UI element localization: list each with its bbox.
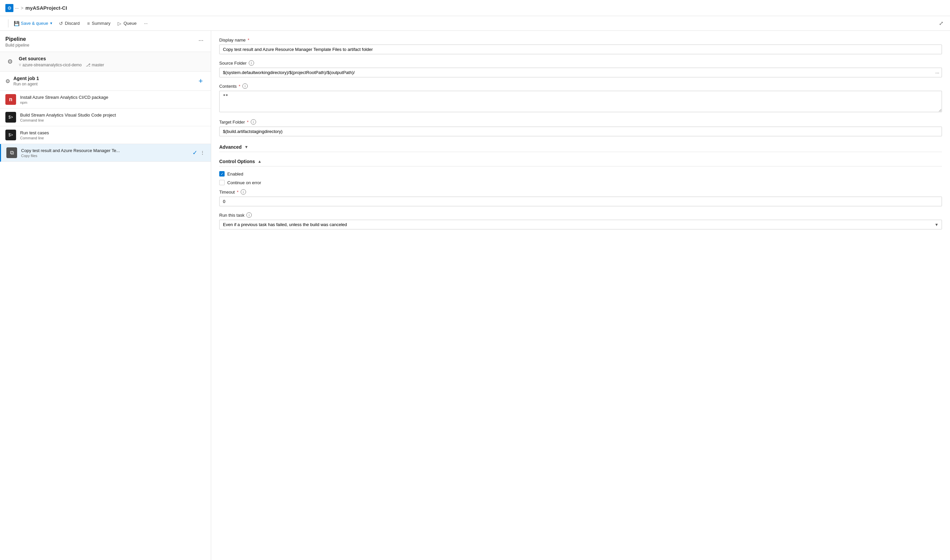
run-this-task-wrapper: Even if a previous task has failed, unle… [219, 220, 942, 229]
repo-name: azure-streamanalytics-cicd-demo [22, 63, 82, 67]
contents-field: Contents * i ** [219, 83, 942, 113]
agent-job-left: ⚙ Agent job 1 Run on agent [5, 76, 39, 86]
repo-icon: ⑂ [19, 63, 21, 67]
breadcrumb: ··· > myASAProject-CI [15, 5, 67, 11]
breadcrumb-dots[interactable]: ··· [15, 5, 19, 11]
target-folder-label: Target Folder * i [219, 119, 942, 125]
expand-button[interactable]: ⤢ [938, 19, 945, 28]
continue-on-error-checkbox[interactable] [219, 180, 225, 185]
save-queue-label: Save & queue [21, 21, 48, 26]
run-this-task-label-text: Run this task [219, 213, 244, 218]
branch-meta: ⎇ master [86, 63, 104, 67]
page-title: myASAProject-CI [25, 5, 67, 11]
more-options-button[interactable]: ··· [141, 19, 151, 27]
get-sources-meta: ⑂ azure-streamanalytics-cicd-demo ⎇ mast… [19, 63, 104, 67]
queue-button[interactable]: ▷ Queue [114, 19, 140, 28]
toolbar: 💾 Save & queue ▼ ↺ Discard ≡ Summary ▷ Q… [0, 16, 950, 31]
timeout-field: Timeout * i [219, 189, 942, 206]
timeout-label-text: Timeout [219, 189, 234, 195]
task-subtitle: npm [20, 100, 205, 105]
breadcrumb-separator: > [21, 5, 23, 11]
save-icon: 💾 [14, 21, 19, 26]
task-subtitle: Copy files [21, 154, 188, 158]
more-dots-icon: ··· [144, 21, 148, 26]
display-name-label-text: Display name [219, 37, 246, 43]
continue-on-error-checkbox-row[interactable]: Continue on error [219, 180, 942, 185]
task-more-button[interactable]: ⋮ [199, 149, 205, 156]
copy-icon: ⧉ [6, 148, 17, 158]
timeout-info-icon[interactable]: i [241, 189, 246, 195]
agent-job-title: Agent job 1 [14, 76, 39, 81]
app-logo: ⚙ [5, 4, 14, 12]
task-item[interactable]: n Install Azure Stream Analytics CI/CD p… [0, 91, 211, 109]
pipeline-header: Pipeline Build pipeline ··· [0, 31, 211, 52]
target-folder-input[interactable] [219, 126, 942, 136]
pipeline-title: Pipeline [5, 36, 29, 42]
run-this-task-select[interactable]: Even if a previous task has failed, unle… [219, 220, 942, 229]
enabled-checkbox[interactable]: ✓ [219, 171, 225, 177]
summary-icon: ≡ [87, 21, 90, 26]
repo-meta: ⑂ azure-streamanalytics-cicd-demo [19, 63, 82, 67]
task-title: Copy test result and Azure Resource Mana… [21, 148, 188, 153]
contents-required: * [239, 84, 241, 89]
contents-info-icon[interactable]: i [242, 83, 248, 89]
summary-button[interactable]: ≡ Summary [84, 19, 114, 28]
contents-label: Contents * i [219, 83, 942, 89]
display-name-input[interactable] [219, 45, 942, 54]
chevron-down-icon: ▼ [49, 22, 53, 25]
contents-input[interactable]: ** [219, 91, 942, 112]
agent-job-subtitle: Run on agent [14, 82, 39, 86]
advanced-chevron-icon: ▼ [244, 145, 248, 149]
task-item[interactable]: $> Run test cases Command line [0, 126, 211, 144]
source-folder-field: Source Folder i ··· [219, 60, 942, 77]
get-sources-item[interactable]: ⚙ Get sources ⑂ azure-streamanalytics-ci… [0, 52, 211, 72]
queue-label: Queue [123, 21, 136, 26]
target-folder-field: Target Folder * i [219, 119, 942, 136]
control-options-section-header[interactable]: Control Options ▲ [219, 157, 942, 166]
task-item[interactable]: $> Build Stream Analytics Visual Studio … [0, 109, 211, 126]
add-task-button[interactable]: + [196, 76, 205, 86]
task-actions: ✓ ⋮ [193, 149, 205, 156]
task-subtitle: Command line [20, 118, 205, 122]
agent-job-header[interactable]: ⚙ Agent job 1 Run on agent + [0, 72, 211, 91]
left-panel: Pipeline Build pipeline ··· ⚙ Get source… [0, 31, 211, 560]
task-content: Run test cases Command line [20, 130, 205, 140]
pipeline-subtitle: Build pipeline [5, 43, 29, 48]
branch-name: master [92, 63, 104, 67]
task-title: Install Azure Stream Analytics CI/CD pac… [20, 95, 205, 100]
timeout-input[interactable] [219, 197, 942, 206]
get-sources-content: Get sources ⑂ azure-streamanalytics-cicd… [19, 56, 104, 67]
source-folder-label-text: Source Folder [219, 61, 247, 66]
run-this-task-info-icon[interactable]: i [247, 212, 252, 218]
source-folder-more-button[interactable]: ··· [935, 69, 940, 76]
source-folder-label: Source Folder i [219, 60, 942, 66]
continue-on-error-label: Continue on error [227, 180, 261, 185]
display-name-required: * [248, 37, 250, 43]
agent-job-icon: ⚙ [5, 78, 10, 85]
save-queue-button[interactable]: 💾 Save & queue ▼ [12, 19, 55, 28]
task-subtitle: Command line [20, 136, 205, 140]
pipeline-more-button[interactable]: ··· [196, 36, 205, 45]
task-item-active[interactable]: ⧉ Copy test result and Azure Resource Ma… [0, 144, 211, 162]
advanced-section-header[interactable]: Advanced ▼ [219, 142, 942, 152]
npm-icon: n [5, 94, 16, 105]
task-check-icon: ✓ [193, 149, 197, 156]
discard-button[interactable]: ↺ Discard [56, 19, 83, 28]
display-name-label: Display name * [219, 37, 942, 43]
enabled-checkbox-row[interactable]: ✓ Enabled [219, 171, 942, 177]
source-folder-wrapper: ··· [219, 68, 942, 77]
source-folder-info-icon[interactable]: i [249, 60, 254, 66]
run-this-task-label: Run this task i [219, 212, 942, 218]
source-folder-input[interactable] [219, 68, 942, 77]
branch-icon: ⎇ [86, 63, 91, 67]
target-folder-info-icon[interactable]: i [251, 119, 256, 125]
topbar: ⚙ ··· > myASAProject-CI [0, 0, 950, 16]
display-name-field: Display name * [219, 37, 942, 54]
right-panel: Display name * Source Folder i ··· Conte… [211, 31, 950, 560]
main-layout: Pipeline Build pipeline ··· ⚙ Get source… [0, 31, 950, 560]
control-options-chevron-icon: ▲ [258, 159, 262, 164]
target-folder-label-text: Target Folder [219, 120, 245, 125]
get-sources-icon: ⚙ [5, 57, 15, 66]
discard-label: Discard [65, 21, 80, 26]
task-content: Build Stream Analytics Visual Studio Cod… [20, 112, 205, 122]
